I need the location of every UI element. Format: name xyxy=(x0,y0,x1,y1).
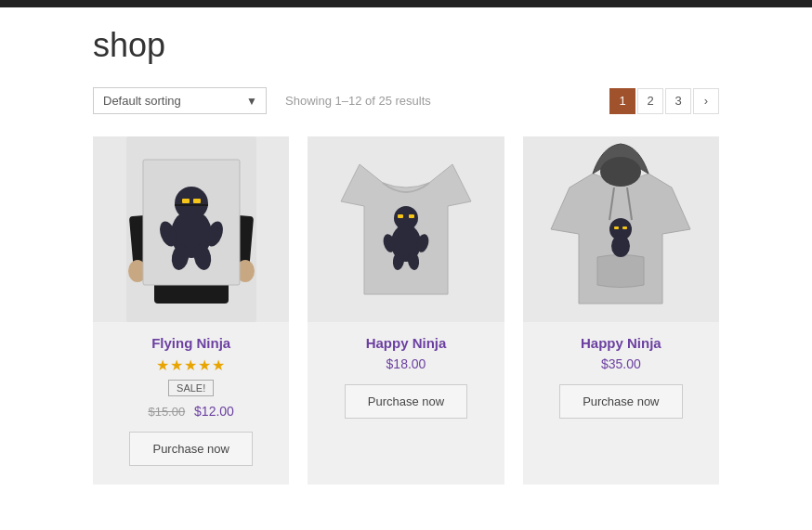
product-current-price-tshirt: $18.00 xyxy=(386,356,426,371)
product-meta-happy-ninja-tshirt: Happy Ninja $18.00 Purchase now xyxy=(308,335,504,419)
svg-rect-19 xyxy=(409,214,414,218)
svg-rect-18 xyxy=(398,214,403,218)
svg-point-30 xyxy=(611,235,630,257)
svg-rect-28 xyxy=(614,226,619,229)
product-name-happy-ninja-tshirt: Happy Ninja xyxy=(366,335,447,351)
purchase-btn-happy-ninja-tshirt[interactable]: Purchase now xyxy=(345,384,467,419)
svg-rect-29 xyxy=(622,226,627,229)
purchase-btn-flying-ninja[interactable]: Purchase now xyxy=(129,432,252,466)
main-container: shop Default sorting Sort by popularity … xyxy=(0,7,812,503)
pagination: 1 2 3 › xyxy=(609,88,719,114)
product-price-happy-ninja-tshirt: $18.00 xyxy=(386,356,426,371)
product-image-happy-ninja-hoodie xyxy=(523,136,719,322)
page-title: shop xyxy=(93,26,719,65)
results-text: Showing 1–12 of 25 results xyxy=(285,94,431,108)
product-image-flying-ninja xyxy=(93,136,289,322)
svg-rect-9 xyxy=(182,199,190,203)
product-name-happy-ninja-hoodie: Happy Ninja xyxy=(581,335,661,351)
sale-badge-flying-ninja: SALE! xyxy=(168,380,214,396)
product-image-happy-ninja-tshirt xyxy=(308,136,504,322)
product-meta-happy-ninja-hoodie: Happy Ninja $35.00 Purchase now xyxy=(523,335,719,419)
products-grid: Flying Ninja ★★★★★ SALE! $15.00 $12.00 P… xyxy=(93,136,719,485)
page-btn-3[interactable]: 3 xyxy=(665,88,691,114)
page-btn-1[interactable]: 1 xyxy=(609,88,635,114)
top-bar xyxy=(0,0,812,7)
page-btn-next[interactable]: › xyxy=(693,88,719,114)
product-price-flying-ninja: $15.00 $12.00 xyxy=(148,404,233,419)
page-btn-2[interactable]: 2 xyxy=(637,88,663,114)
svg-point-24 xyxy=(600,157,641,187)
toolbar: Default sorting Sort by popularity Sort … xyxy=(93,87,719,114)
product-current-price-hoodie: $35.00 xyxy=(601,356,641,371)
product-card-happy-ninja-tshirt: Happy Ninja $18.00 Purchase now xyxy=(308,136,504,485)
purchase-btn-happy-ninja-hoodie[interactable]: Purchase now xyxy=(559,384,682,419)
product-card-flying-ninja: Flying Ninja ★★★★★ SALE! $15.00 $12.00 P… xyxy=(93,136,289,485)
product-name-flying-ninja: Flying Ninja xyxy=(151,335,230,351)
product-stars-flying-ninja: ★★★★★ xyxy=(156,356,226,374)
product-current-price: $12.00 xyxy=(194,404,234,419)
svg-point-17 xyxy=(394,206,418,230)
sort-select-wrapper: Default sorting Sort by popularity Sort … xyxy=(93,87,267,114)
product-meta-flying-ninja: Flying Ninja ★★★★★ SALE! $15.00 $12.00 P… xyxy=(93,335,289,466)
product-price-happy-ninja-hoodie: $35.00 xyxy=(601,356,641,371)
svg-rect-10 xyxy=(193,199,201,203)
svg-point-8 xyxy=(175,187,208,220)
sort-select[interactable]: Default sorting Sort by popularity Sort … xyxy=(93,87,267,114)
product-card-happy-ninja-hoodie: Happy Ninja $35.00 Purchase now xyxy=(523,136,719,485)
product-old-price: $15.00 xyxy=(148,405,185,419)
